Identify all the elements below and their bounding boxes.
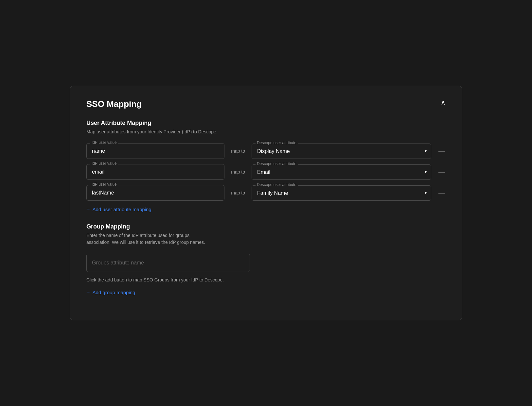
add-user-attribute-plus-icon: + xyxy=(86,206,90,213)
group-mapping-section: Group Mapping Enter the name of the IdP … xyxy=(86,223,446,296)
group-mapping-click-desc: Click the add button to map SSO Groups f… xyxy=(86,277,446,282)
mapping-row-2: IdP user value map to Descope user attri… xyxy=(86,164,446,180)
groups-attribute-name-input[interactable] xyxy=(86,254,250,272)
descope-select-group-3: Descope user attribute Display Name Emai… xyxy=(252,185,431,201)
map-to-label-2: map to xyxy=(231,169,245,175)
idp-value-field-1: IdP user value xyxy=(86,143,224,159)
user-attribute-section-desc: Map user attributes from your Identity P… xyxy=(86,128,446,135)
add-group-plus-icon: + xyxy=(86,289,90,296)
descope-select-group-1: Descope user attribute Display Name Emai… xyxy=(252,144,431,159)
map-to-label-1: map to xyxy=(231,148,245,154)
descope-select-2[interactable]: Display Name Email Family Name Given Nam… xyxy=(252,164,431,180)
remove-row-1-button[interactable]: — xyxy=(438,148,446,154)
group-mapping-section-desc: Enter the name of the IdP attribute used… xyxy=(86,232,446,246)
idp-input-3[interactable] xyxy=(86,185,224,201)
add-user-attribute-mapping-button[interactable]: + Add user attribute mapping xyxy=(86,206,446,213)
mapping-row-1: IdP user value map to Descope user attri… xyxy=(86,143,446,159)
idp-value-field-3: IdP user value xyxy=(86,185,224,201)
user-attribute-mapping-section: User Attribute Mapping Map user attribut… xyxy=(86,120,446,213)
user-attribute-section-title: User Attribute Mapping xyxy=(86,120,446,127)
add-group-mapping-button[interactable]: + Add group mapping xyxy=(86,289,446,296)
group-mapping-section-title: Group Mapping xyxy=(86,223,446,230)
groups-attribute-input-wrapper xyxy=(86,254,446,272)
card-header: SSO Mapping ∧ xyxy=(86,99,446,109)
remove-row-2-button[interactable]: — xyxy=(438,169,446,175)
idp-value-field-2: IdP user value xyxy=(86,164,224,180)
add-user-attribute-label: Add user attribute mapping xyxy=(93,207,151,212)
idp-input-1[interactable] xyxy=(86,143,224,159)
descope-select-group-2: Descope user attribute Display Name Emai… xyxy=(252,164,431,180)
descope-select-3[interactable]: Display Name Email Family Name Given Nam… xyxy=(252,185,431,201)
add-group-mapping-label: Add group mapping xyxy=(93,290,135,295)
descope-select-1[interactable]: Display Name Email Family Name Given Nam… xyxy=(252,144,431,159)
idp-input-2[interactable] xyxy=(86,164,224,180)
card-title: SSO Mapping xyxy=(86,99,142,109)
collapse-icon[interactable]: ∧ xyxy=(441,99,446,106)
sso-mapping-card: SSO Mapping ∧ User Attribute Mapping Map… xyxy=(70,86,462,320)
remove-row-3-button[interactable]: — xyxy=(438,190,446,196)
map-to-label-3: map to xyxy=(231,190,245,195)
mapping-row-3: IdP user value map to Descope user attri… xyxy=(86,185,446,201)
